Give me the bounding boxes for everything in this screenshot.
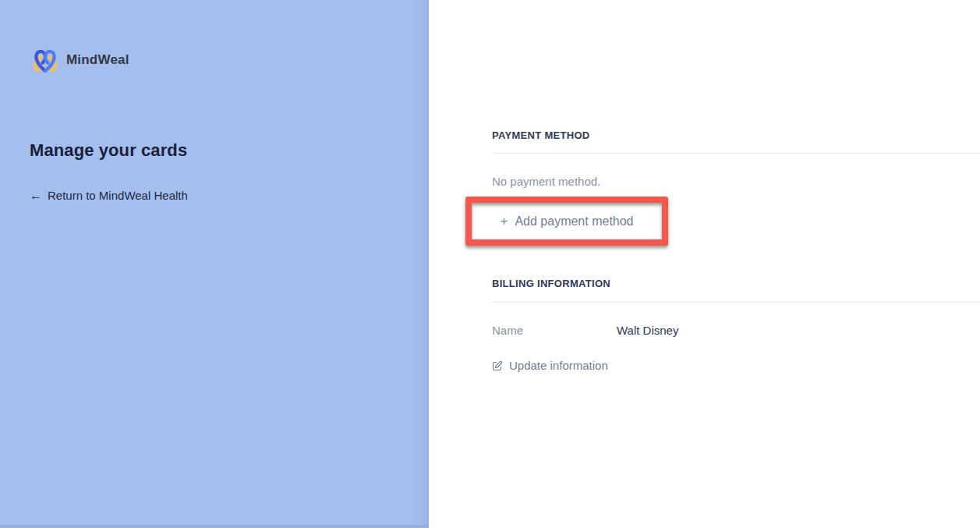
payment-section-divider [492,153,980,154]
mindweal-logo-icon [30,44,61,76]
left-arrow-icon: ← [30,190,42,202]
update-information-button[interactable]: Update information [492,359,608,372]
plus-icon: + [500,214,508,228]
add-payment-method-label: Add payment method [515,214,633,229]
no-payment-method-text: No payment method. [492,175,600,188]
page-title: Manage your cards [30,140,187,161]
billing-row-name: Name Walt Disney [492,324,678,337]
billing-information-header: BILLING INFORMATION [492,278,610,289]
logo-text: MindWeal [66,52,129,68]
return-link-label: Return to MindWeal Health [48,189,188,202]
return-link[interactable]: ← Return to MindWeal Health [30,189,188,202]
logo: MindWeal [30,44,129,76]
billing-section-divider [492,302,980,303]
main-content: PAYMENT METHOD No payment method. + Add … [429,0,980,528]
payment-method-header: PAYMENT METHOD [492,129,590,141]
billing-name-value: Walt Disney [617,324,678,337]
update-information-label: Update information [509,359,608,372]
billing-name-label: Name [492,324,617,337]
edit-pencil-icon [492,360,503,371]
add-payment-method-button[interactable]: + Add payment method [465,197,668,246]
sidebar: MindWeal Manage your cards ← Return to M… [0,0,429,528]
